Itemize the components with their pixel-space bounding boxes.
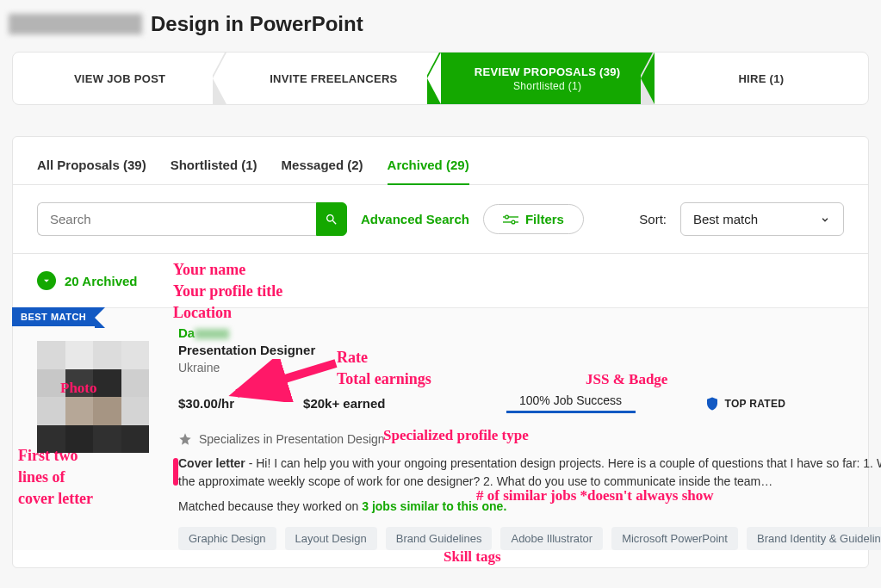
skill-tag[interactable]: Brand Identity & Guidelines [747,527,881,550]
subtab-messaged[interactable]: Messaged (2) [282,158,363,184]
subtab-all-proposals[interactable]: All Proposals (39) [37,158,146,184]
skill-tag[interactable]: Microsoft PowerPoint [611,527,738,550]
svg-point-3 [512,220,515,224]
job-success-score: 100% Job Success [506,393,636,413]
star-icon [178,432,192,446]
matched-reason: Matched because they worked on 3 jobs si… [178,499,881,513]
skill-tag[interactable]: Adobe Illustrator [500,527,603,550]
annotation: Skill tags [444,548,501,566]
stage-tabs: VIEW JOB POST INVITE FREELANCERS REVIEW … [13,53,868,104]
search-icon [325,213,338,226]
annotation-bracket [173,458,178,486]
tab-view-job-post[interactable]: VIEW JOB POST [13,53,226,104]
sliders-icon [503,214,518,226]
subtab-archived[interactable]: Archived (29) [388,158,469,184]
search-button[interactable] [316,202,347,236]
avatar[interactable] [37,341,149,453]
hourly-rate: $30.00/hr [178,396,234,411]
advanced-search-link[interactable]: Advanced Search [361,212,469,226]
archived-count: 20 Archived [65,274,138,288]
shield-icon [704,396,720,412]
tab-hire[interactable]: HIRE (1) [655,53,868,104]
redacted-text [9,14,142,34]
search-toolbar: Advanced Search Filters Sort: Best match [13,185,868,254]
sort-label: Sort: [639,212,667,226]
skill-tag[interactable]: Brand Guidelines [386,527,493,550]
filters-button[interactable]: Filters [483,204,584,234]
proposal-filter-tabs: All Proposals (39) Shortlisted (1) Messa… [13,137,868,185]
cover-letter-snippet: Cover letter - Hi! I can help you with y… [178,455,881,491]
skill-tag[interactable]: Graphic Design [178,527,276,550]
archived-section-header[interactable]: 20 Archived [13,254,868,307]
skill-tag[interactable]: Layout Design [285,527,377,550]
specialization: Specializes in Presentation Design [178,432,881,446]
proposal-card: BEST MATCH Da [13,307,868,550]
tab-review-proposals[interactable]: REVIEW PROPOSALS (39) Shortlisted (1) [441,53,655,104]
similar-jobs-link[interactable]: 3 jobs similar to this one. [362,499,506,513]
svg-point-0 [506,215,509,219]
location: Ukraine [178,361,881,374]
check-circle-icon [37,271,56,290]
page-title: Design in PowerPoint [151,12,363,36]
profile-title: Presentation Designer [178,343,881,357]
tab-invite-freelancers[interactable]: INVITE FREELANCERS [226,53,440,104]
search-input[interactable] [37,202,316,236]
skill-tags: Graphic Design Layout Design Brand Guide… [178,527,881,550]
top-rated-badge: TOP RATED [704,396,786,412]
subtab-shortlisted[interactable]: Shortlisted (1) [171,158,257,184]
redacted-text [195,329,229,339]
total-earned: $20k+ earned [303,396,386,411]
chevron-down-icon [819,214,831,226]
freelancer-name[interactable]: Da [178,325,195,340]
sort-select[interactable]: Best match [680,202,844,236]
best-match-badge: BEST MATCH [12,307,95,326]
